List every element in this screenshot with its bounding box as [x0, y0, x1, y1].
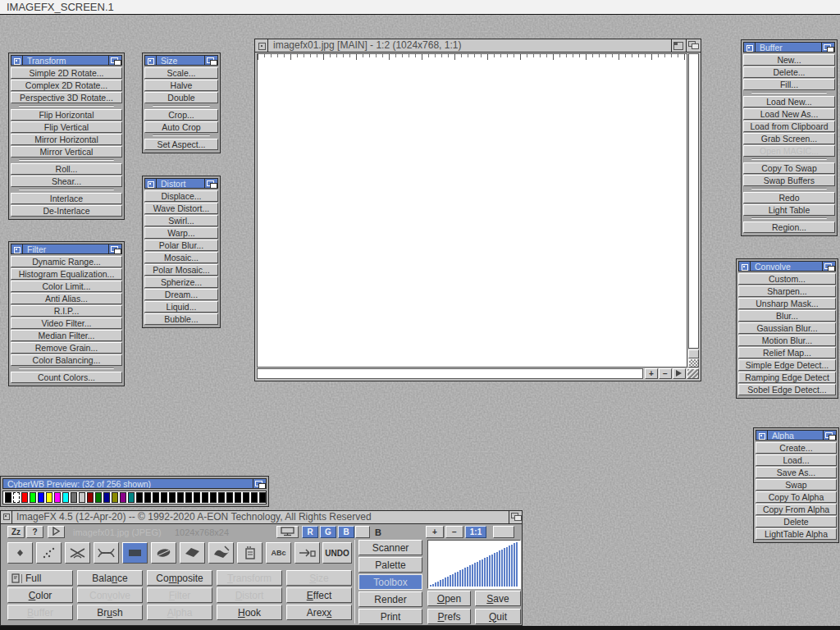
- resize-grip[interactable]: [687, 368, 699, 379]
- btn-simple-2d-rotate[interactable]: Simple 2D Rotate...: [11, 67, 122, 79]
- depth-icon[interactable]: [822, 262, 835, 271]
- btn-ramping-edge-detect[interactable]: Ramping Edge Detect: [738, 372, 836, 383]
- point-tool-button[interactable]: [7, 542, 33, 564]
- convolve-titlebar[interactable]: Convolve: [738, 261, 836, 272]
- btn-median-filter[interactable]: Median Filter...: [11, 330, 122, 341]
- render-button[interactable]: Render: [358, 591, 422, 607]
- palette-swatch[interactable]: [202, 492, 208, 503]
- depth-icon[interactable]: [108, 244, 121, 253]
- btn-blur[interactable]: Blur...: [738, 310, 836, 322]
- palette-swatch[interactable]: [226, 492, 233, 503]
- btn-color-limit[interactable]: Color Limit...: [11, 281, 122, 292]
- horizontal-scrollbar[interactable]: [257, 368, 643, 379]
- palette-swatch[interactable]: [112, 492, 118, 503]
- green-channel-button[interactable]: G: [320, 526, 336, 538]
- scanner-button[interactable]: Scanner: [358, 540, 422, 555]
- play-macro-button[interactable]: [48, 526, 65, 538]
- btn-new[interactable]: New...: [743, 54, 835, 66]
- image-canvas[interactable]: [257, 53, 687, 368]
- close-icon[interactable]: [11, 244, 23, 253]
- palette-swatch[interactable]: [194, 492, 200, 503]
- depth-icon[interactable]: [821, 43, 834, 52]
- btn-copy-to-alpha[interactable]: Copy To Alpha: [756, 491, 837, 503]
- hook-button[interactable]: Hook: [217, 605, 282, 620]
- close-icon[interactable]: [145, 56, 157, 65]
- blue-channel-button[interactable]: B: [338, 526, 354, 538]
- btn-double[interactable]: Double: [144, 92, 218, 103]
- btn-shear[interactable]: Shear...: [11, 176, 122, 187]
- toolbox-mode-button[interactable]: Toolbox: [358, 574, 422, 590]
- close-icon[interactable]: [145, 179, 157, 188]
- btn-count-colors[interactable]: Count Colors...: [11, 372, 122, 383]
- btn-copy-from-alpha[interactable]: Copy From Alpha: [756, 504, 837, 515]
- btn-dream[interactable]: Dream...: [144, 289, 218, 300]
- btn-halve[interactable]: Halve: [144, 80, 218, 91]
- image-window-titlebar[interactable]: imagefx01.jpg [MAIN] - 1:2 (1024x768, 1:…: [255, 39, 701, 52]
- toolbox-titlebar[interactable]: ImageFX 4.5 (12-Apr-20) -- © 1992-2020 A…: [1, 511, 522, 524]
- btn-displace[interactable]: Displace...: [144, 190, 218, 202]
- palette-swatch[interactable]: [153, 492, 159, 503]
- btn-swap-alpha[interactable]: Swap: [756, 479, 837, 491]
- depth-icon[interactable]: [108, 56, 121, 65]
- palette-swatch[interactable]: [95, 492, 102, 503]
- btn-polar-blur[interactable]: Polar Blur...: [144, 240, 218, 251]
- btn-custom[interactable]: Custom...: [738, 273, 836, 285]
- vertical-scrollbar[interactable]: [688, 53, 699, 349]
- full-button[interactable]: Full: [7, 570, 73, 586]
- palette-swatch[interactable]: [161, 492, 167, 503]
- palette-swatch[interactable]: [259, 492, 266, 503]
- view-zoom-in-button[interactable]: +: [426, 526, 444, 538]
- close-icon[interactable]: [744, 43, 756, 52]
- sleep-button[interactable]: Zz: [7, 526, 25, 538]
- btn-load-alpha[interactable]: Load...: [756, 454, 837, 466]
- btn-load-new-as[interactable]: Load New As...: [743, 108, 835, 120]
- palette-swatch[interactable]: [243, 492, 249, 503]
- btn-fill[interactable]: Fill...: [743, 79, 835, 90]
- btn-relief-map[interactable]: Relief Map...: [738, 347, 836, 358]
- alpha-titlebar[interactable]: Alpha: [756, 430, 837, 441]
- btn-set-aspect[interactable]: Set Aspect...: [144, 139, 218, 150]
- text-tool-button[interactable]: ABc: [266, 542, 291, 564]
- btn-liquid[interactable]: Liquid...: [144, 301, 218, 313]
- polygon-tool-button[interactable]: [180, 542, 205, 564]
- palette-swatch[interactable]: [169, 492, 176, 503]
- color-button[interactable]: Color: [7, 587, 73, 603]
- btn-light-table[interactable]: Light Table: [743, 204, 835, 216]
- close-icon[interactable]: [739, 262, 751, 271]
- btn-mirror-horizontal[interactable]: Mirror Horizontal: [11, 134, 122, 145]
- btn-color-balancing[interactable]: Color Balancing...: [11, 354, 122, 366]
- undo-button[interactable]: UNDO: [322, 542, 352, 564]
- composite-button[interactable]: Composite: [147, 570, 212, 586]
- btn-crop[interactable]: Crop...: [144, 109, 218, 121]
- btn-bubble[interactable]: Bubble...: [144, 313, 218, 325]
- btn-gaussian-blur[interactable]: Gaussian Blur...: [738, 322, 836, 334]
- palette-swatch[interactable]: [79, 492, 85, 503]
- transform-titlebar[interactable]: Transform: [11, 55, 122, 66]
- btn-sharpen[interactable]: Sharpen...: [738, 285, 836, 297]
- btn-rip[interactable]: R.I.P...: [11, 305, 122, 317]
- btn-lighttable-alpha[interactable]: LightTable Alpha: [756, 528, 837, 540]
- btn-create-alpha[interactable]: Create...: [756, 442, 837, 454]
- btn-load-new[interactable]: Load New...: [743, 96, 835, 107]
- palette-swatch[interactable]: [30, 492, 36, 503]
- palette-swatch[interactable]: [21, 492, 28, 503]
- close-icon[interactable]: [1, 511, 12, 523]
- open-button[interactable]: Open: [427, 591, 471, 606]
- btn-motion-blur[interactable]: Motion Blur...: [738, 335, 836, 346]
- btn-region[interactable]: Region...: [743, 221, 835, 233]
- palette-swatch[interactable]: [136, 492, 143, 503]
- depth-icon[interactable]: [823, 431, 836, 440]
- palette-swatch[interactable]: [185, 492, 192, 503]
- btn-dynamic-range[interactable]: Dynamic Range...: [11, 256, 122, 267]
- distort-titlebar[interactable]: Distort: [144, 178, 218, 189]
- btn-anti-alias[interactable]: Anti Alias...: [11, 293, 122, 304]
- btn-unsharp-mask[interactable]: Unsharp Mask...: [738, 298, 836, 309]
- btn-perspective-3d-rotate[interactable]: Perspective 3D Rotate...: [11, 92, 122, 103]
- btn-roll[interactable]: Roll...: [11, 163, 122, 175]
- btn-polar-mosaic[interactable]: Polar Mosaic...: [144, 264, 218, 276]
- btn-mosaic[interactable]: Mosaic...: [144, 252, 218, 263]
- pan-button[interactable]: [673, 368, 686, 379]
- btn-video-filter[interactable]: Video Filter...: [11, 317, 122, 329]
- btn-grab-screen[interactable]: Grab Screen...: [743, 133, 835, 144]
- scroll-dither-button[interactable]: [688, 358, 699, 368]
